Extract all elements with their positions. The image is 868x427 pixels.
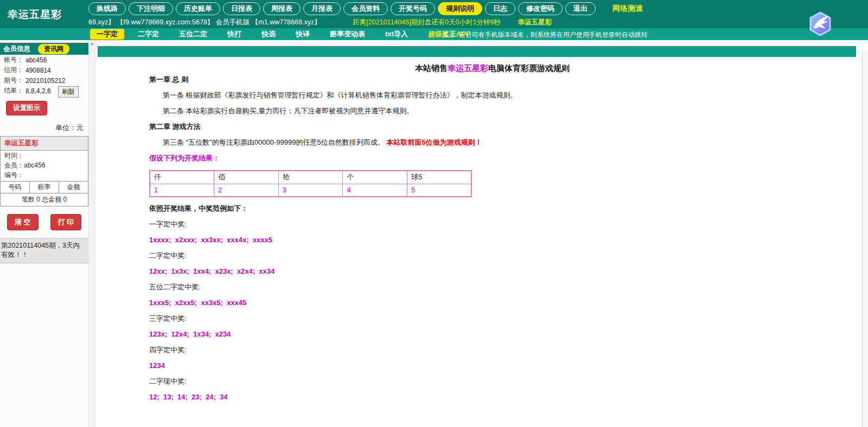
- chapter-1-heading: 第一章 总 则: [149, 75, 835, 84]
- close-countdown: 距离[20210114045]期封盘还有0天0小时1分钟9秒: [353, 18, 501, 26]
- bet-time-row: 时间：: [1, 151, 88, 160]
- main-scrollbar[interactable]: [862, 51, 868, 427]
- bet-member-row: 会员：abc456: [1, 160, 88, 170]
- tab-quick-translate[interactable]: 快译: [289, 29, 316, 40]
- tab-quick-type[interactable]: 快打: [221, 29, 248, 40]
- result-row: 结果： 8,8,4,2,6 刷新: [0, 86, 88, 96]
- sidebar-scrollbar[interactable]: ▲: [88, 40, 95, 427]
- domain-info: 69.xyz】 【f9.ww778669.xyz.com:5678】 会员手机版…: [88, 18, 321, 26]
- article-3-warning: 本站取前面5位做为游戏规则！: [386, 138, 482, 146]
- col-thousands: 仟: [150, 171, 214, 184]
- page-title: 本站销售幸运五星彩电脑体育彩票游戏规则: [149, 64, 835, 73]
- title-brand: 幸运五星彩: [448, 63, 488, 73]
- set-icon-button[interactable]: 设置图示: [6, 101, 47, 115]
- news-site-button[interactable]: 资讯网: [38, 44, 69, 54]
- section-heading: 二字现中奖:: [149, 377, 835, 386]
- tab-txt-import[interactable]: txt导入: [379, 29, 414, 40]
- refresh-button[interactable]: 刷新: [58, 86, 79, 98]
- bet-panel-title: 幸运五星彩: [1, 137, 88, 151]
- nav-log[interactable]: 日志: [485, 2, 515, 15]
- nav-history-bill[interactable]: 历史账单: [176, 2, 220, 15]
- nav-draw-numbers[interactable]: 开奖号码: [391, 2, 435, 15]
- nav-monthly-report[interactable]: 月报表: [303, 2, 341, 15]
- col-amount: 金额: [59, 182, 88, 193]
- rules-document: 本站销售幸运五星彩电脑体育彩票游戏规则 第一章 总 则 第一条 根据财政部《彩票…: [95, 64, 868, 402]
- table-value-row: 1 2 3 4 5: [150, 184, 471, 197]
- col-hundreds: 佰: [214, 171, 279, 184]
- assume-heading: 假设下列为开奖结果：: [149, 154, 835, 163]
- nav-rules[interactable]: 规则说明: [438, 2, 482, 15]
- title-pre: 本站销售: [415, 63, 448, 73]
- domain-info-row: 69.xyz】 【f9.ww778669.xyz.com:5678】 会员手机版…: [88, 18, 794, 27]
- sub-nav-bar: 一字定 二字定 五位二定 快打 快选 快译 赔率变动表 txt导入 超级奖王AP…: [0, 28, 868, 40]
- val-hundreds: 2: [214, 184, 279, 197]
- brand-name-text: 幸运五星彩: [518, 18, 552, 26]
- account-value: abc456: [25, 56, 47, 64]
- member-sidebar: 会员信息 资讯网 账号： abc456 信用： 4908814 期号： 2021…: [0, 40, 88, 427]
- section-value: 12; 13; 14; 23; 24; 34: [149, 393, 835, 402]
- credit-row: 信用： 4908814: [0, 65, 88, 75]
- result-value: 8,8,4,2,6: [25, 87, 51, 95]
- col-units: 个: [343, 171, 407, 184]
- examples-heading: 依照开奖结果，中奖范例如下：: [149, 204, 835, 213]
- col-ball5: 球5: [407, 171, 471, 184]
- member-info-title: 会员信息: [3, 44, 30, 54]
- nav-bet-detail[interactable]: 下注明细: [129, 2, 173, 15]
- account-row: 账号： abc456: [0, 55, 88, 65]
- section-heading: 四字定中奖:: [149, 346, 835, 354]
- col-number: 号码: [1, 182, 30, 193]
- table-header-row: 仟 佰 拾 个 球5: [150, 171, 471, 184]
- bet-slip-panel: 幸运五星彩 时间： 会员：abc456 编号： 号码 赔率 金额 笔数 0 总金…: [0, 136, 88, 206]
- nav-weekly-report[interactable]: 周报表: [263, 2, 301, 15]
- section-heading: 五位二字定中奖:: [149, 283, 835, 292]
- nav-daily-report[interactable]: 日报表: [223, 2, 260, 15]
- val-units: 4: [343, 184, 407, 197]
- section-value: 1xxx5; x2xx5; xx3x5; xxx45: [149, 299, 835, 307]
- print-button[interactable]: 打 印: [50, 214, 82, 230]
- article-3-text: 第三条 "五位数"的每注彩票由00000-99999的任意5位自然数排列而成。: [163, 138, 385, 146]
- result-label: 结果：: [4, 86, 25, 95]
- tab-five-pos-two[interactable]: 五位二定: [173, 29, 214, 40]
- title-post: 电脑体育彩票游戏规则: [488, 63, 570, 73]
- credit-value: 4908814: [25, 67, 51, 74]
- tab-quick-pick[interactable]: 快选: [255, 29, 282, 40]
- section-heading: 二字定中奖:: [149, 251, 835, 260]
- col-odds: 赔率: [30, 182, 59, 193]
- issue-label: 期号：: [4, 76, 25, 85]
- tab-one-digit[interactable]: 一字定: [90, 29, 124, 40]
- bet-columns-header: 号码 赔率 金额: [1, 181, 88, 193]
- tab-odds-change[interactable]: 赔率变动表: [323, 29, 372, 40]
- top-header: 幸运五星彩 换线路 下注明细 历史账单 日报表 周报表 月报表 会员资料 开奖号…: [0, 0, 868, 28]
- val-tens: 3: [278, 184, 343, 197]
- nav-member-profile[interactable]: 会员资料: [343, 2, 388, 15]
- section-heading: 一字定中奖:: [149, 220, 835, 229]
- bet-number-row: 编号：: [1, 170, 88, 180]
- bet-action-buttons: 清 空 打 印: [0, 214, 88, 230]
- issue-value: 20210105212: [25, 77, 65, 85]
- bird-badge-icon[interactable]: [807, 11, 833, 37]
- mobile-redirect-tip: 提示: 若公司有手机版本域名，则系统将在用户使用手机登录时自动跳转: [442, 30, 648, 40]
- section-value: 1xxxx; x2xxx; xx3xx; xxx4x; xxxx5: [149, 236, 835, 244]
- section-value: 1234: [149, 361, 835, 370]
- nav-logout[interactable]: 退出: [565, 2, 596, 15]
- nav-change-password[interactable]: 修改密码: [518, 2, 563, 15]
- unit-label: 单位：元: [0, 123, 88, 133]
- network-speed-test-link[interactable]: 网络测速: [612, 4, 643, 14]
- rules-content-area: 本站销售幸运五星彩电脑体育彩票游戏规则 第一章 总 则 第一条 根据财政部《彩票…: [95, 40, 868, 427]
- bet-summary: 笔数 0 总金额 0: [1, 193, 88, 206]
- draw-result-table: 仟 佰 拾 个 球5 1 2 3 4 5: [149, 170, 472, 197]
- scroll-up-icon[interactable]: ▲: [89, 40, 95, 48]
- article-2: 第二条 本站彩票实行自愿购买,量力而行；凡下注者即被视为同意并遵守本规则。: [149, 107, 835, 115]
- validity-notice: 第20210114045期，3天内有效！！: [0, 238, 88, 263]
- site-logo: 幸运五星彩: [8, 8, 62, 22]
- game-tabs: 一字定 二字定 五位二定 快打 快选 快译 赔率变动表 txt导入 超级奖王AP…: [90, 28, 484, 40]
- section-value: 12xx; 1x3x; 1xx4; x23x; x2x4; xx34: [149, 267, 835, 276]
- time-label: 时间：: [4, 152, 24, 159]
- val-thousands: 1: [150, 184, 214, 197]
- section-heading: 三字定中奖:: [149, 314, 835, 323]
- tab-two-digit[interactable]: 二字定: [131, 29, 165, 40]
- section-value: 123x; 12x4; 1x34; x234: [149, 330, 835, 339]
- article-1: 第一条 根据财政部《彩票发行与销售管理暂行规定》和《计算机销售体育彩票管理暂行办…: [149, 91, 835, 100]
- clear-button[interactable]: 清 空: [7, 214, 39, 230]
- nav-change-line[interactable]: 换线路: [88, 2, 126, 15]
